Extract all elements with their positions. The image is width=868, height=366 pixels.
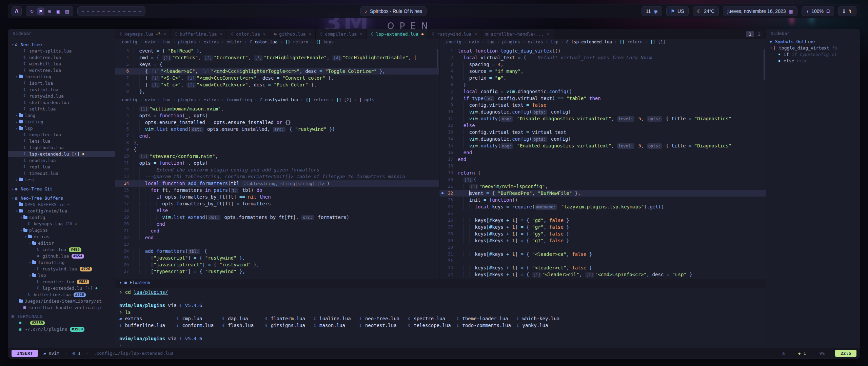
tree-item[interactable]: ▾formatting (8, 259, 115, 266)
code-line[interactable]: ●22▏ ▏ event = { "BufReadPre", "BufNewFi… (439, 190, 766, 197)
code-line[interactable]: 15▏ ▏ vim.notify(msg: "Enabled diagnosti… (439, 142, 766, 149)
tree-item[interactable]: ☾shellharden.lua (8, 99, 115, 106)
outline-item[interactable]: ▾ƒtoggle_diag_virtextfu (766, 45, 860, 51)
weather-widget[interactable]: ☾ 24°C (693, 6, 719, 16)
code-line[interactable]: 3▏ [1]"williamboman/mason.nvim", (115, 105, 439, 112)
tree-item[interactable]: ☾compiler.lua#682 (8, 279, 115, 285)
tree-item[interactable]: ▸lang (8, 112, 115, 119)
audio-visualizer[interactable]: – – – – – – – – – – – – (77, 6, 145, 16)
code-line[interactable]: 12▏ else (439, 122, 766, 129)
code-line[interactable]: 16▏ end (439, 149, 766, 156)
code-line[interactable]: 7▏ end, (115, 133, 439, 139)
code-line[interactable]: 20▏ ▏ ▏ ▏ end (115, 221, 439, 227)
editor-pane-rustywind-lua[interactable]: .config › nvim › lua › plugins › extras … (115, 97, 439, 280)
code-line[interactable]: 5▏ ▏ opts.ensure_installed = opts.ensure… (115, 119, 439, 126)
tree-item[interactable]: ☾winshift.lua (8, 61, 115, 67)
expander-icon[interactable]: ▸ (15, 177, 19, 183)
editor-pane-color-lua[interactable]: .config › nvim › lua › plugins › extras … (115, 39, 439, 97)
editor-tab[interactable]: ☾bufferline.lua× (171, 29, 227, 39)
now-playing-widget[interactable]: ♪ Spiritbox - Rule Of Nines (360, 6, 427, 16)
tree-item[interactable]: ☾lsp-extended.lu [+]● (8, 151, 115, 157)
editor-tab[interactable]: ☾compiler.lua× (316, 29, 367, 39)
tree-item[interactable]: ☾undotree.lua (8, 54, 115, 61)
tree-item[interactable]: ☾rustfmt.lua (8, 86, 115, 93)
terminal-output[interactable]: › cd lua/plugins/ nvim/lua/plugins via ☾… (115, 288, 766, 348)
tree-item[interactable]: ☾isort.lua (8, 80, 115, 86)
code-line[interactable]: 10▏ ▏ vim.diagnostic.config(opts: config… (439, 108, 766, 115)
code-line[interactable]: 1local function toggle_diag_virtext() (439, 47, 766, 54)
tree-item[interactable]: ☾keymaps.lua#10⚠ (8, 221, 115, 227)
code-line[interactable]: 9{ (115, 146, 439, 153)
tree-item[interactable]: OPEN BUFFERS in ~ (8, 201, 115, 208)
code-line[interactable]: 15▏ ▏ ▏ for ft, formatters in pairs(t: t… (115, 187, 439, 194)
launcher-button[interactable]: Λ (12, 6, 22, 16)
code-line[interactable]: 27▏ ▏ ▏ keys[#keys + 1] = { "gr", false … (439, 224, 766, 230)
code-line[interactable]: 8}, (115, 139, 439, 146)
tree-item[interactable]: ▾extras (8, 233, 115, 240)
code-line[interactable]: 30 (439, 244, 766, 251)
tabpage-number[interactable]: 1 (746, 31, 754, 37)
expander-icon[interactable]: ▾ (28, 240, 32, 246)
expander-icon[interactable]: ▾ (15, 208, 19, 214)
workspace-tag[interactable]: ▤ (63, 7, 71, 15)
expander-icon[interactable]: ▾ (19, 214, 23, 221)
tree-item[interactable]: ☾neodim.lua (8, 157, 115, 164)
code-line[interactable]: 8▏ if type(v: config.virtual_text) == "t… (439, 95, 766, 102)
tree-item[interactable]: ☾worktree.lua (8, 67, 115, 74)
code-line[interactable]: 13▏ ▏ ---@param tbl table<string, confor… (115, 173, 439, 180)
expander-icon[interactable]: ▾ (23, 233, 28, 240)
workspace-tag[interactable]: ↻ (28, 7, 36, 15)
workspace-tag[interactable]: ≋ (46, 7, 53, 15)
code-line[interactable]: 25 (439, 210, 766, 217)
terminal-winbar[interactable]: ▾ ▣ Floaterm (115, 280, 766, 288)
code-line[interactable]: 13▏ ▏ config.virtual_text = virtual_text (439, 129, 766, 136)
code-line[interactable]: 6▏ } (439, 81, 766, 88)
tab-close-icon[interactable]: × (360, 32, 362, 37)
tree-item[interactable]: ☾color.lua#493 (8, 246, 115, 253)
code-line[interactable]: 22▏ ▏ end (115, 234, 439, 241)
tree-item[interactable]: ☾bufferline.lua#328 (8, 291, 115, 298)
code-line[interactable]: 7▏ local config = vim.diagnostic.config(… (439, 88, 766, 95)
editor-tab[interactable]: ☾lsp-extended.lua● (367, 29, 428, 39)
date-widget[interactable]: jueves, noviembre 16, 2023 ▦ (723, 6, 797, 16)
code-line[interactable]: 19return { (439, 169, 766, 176)
code-line[interactable]: 3▏ event = { "BufRead" }, (115, 47, 439, 54)
tree-item[interactable]: ▾plugins (8, 227, 115, 233)
editor-tab[interactable]: ☾color.lua× (227, 29, 270, 39)
tree-item[interactable]: ▾lsp (8, 125, 115, 131)
tree-item[interactable]: ▩scrollbar-handle-vertical.p (8, 304, 115, 311)
code-line[interactable]: 20▏ [1]{ (439, 176, 766, 183)
tree-item[interactable]: ☾timeout.lua (8, 170, 115, 177)
battery-widget[interactable]: 9 ↯ (838, 6, 856, 16)
tree-item[interactable]: ☾lens.lua (8, 138, 115, 144)
tree-item[interactable]: ▾.config/nvim/lua (8, 208, 115, 214)
code-line[interactable]: 10▏ [1]"stevearc/conform.nvim", (115, 153, 439, 160)
code-line[interactable]: 18 (439, 163, 766, 169)
code-line[interactable]: 6▏ ▏ { [1]"<leader>uC", [2]"<cmd>CccHigh… (115, 68, 439, 75)
code-line[interactable]: 17▏ ▏ ▏ ▏ ▏ opts.formatters_by_ft[ft] = … (115, 200, 439, 207)
code-line[interactable]: 27▏ ▏ ▏ ["typescript"] = { "rustywind" }… (115, 268, 439, 275)
tree-item[interactable]: ▾editor (8, 240, 115, 246)
code-line[interactable]: 2▏ local virtual_text = { -- Default vir… (439, 54, 766, 61)
tab-close-icon[interactable]: × (309, 32, 311, 37)
code-line[interactable]: 11▏ opts = function(_, opts) (115, 160, 439, 166)
editor-tab[interactable]: ▤scrollbar-handle-...× (481, 29, 554, 39)
code-line[interactable]: 7▏ ▏ { [1]"<S-C>", [2]"<cmd>CccConvert<c… (115, 75, 439, 81)
updates-widget[interactable]: 11 ◉ (642, 6, 662, 16)
code-line[interactable]: 3▏ ▏ spacing = 4, (439, 61, 766, 68)
code-line[interactable]: 19▏ ▏ ▏ ▏ ▏ vim.list_extend(dst: opts.fo… (115, 214, 439, 221)
editor-tab[interactable]: ☾keymaps.lua⚠3× (115, 29, 171, 39)
code-line[interactable]: 17end (439, 156, 766, 163)
code-line[interactable]: 4▏ cmd = { [1]"CccPick", [2]"CccConvert"… (115, 54, 439, 61)
tree-item[interactable]: ▸linting (8, 119, 115, 125)
tree-item[interactable]: ▾config (8, 214, 115, 221)
code-line[interactable]: 12▏ ▏ --- Extend the conform plugin conf… (115, 166, 439, 173)
code-line[interactable]: 9▏ ▏ config.virtual_text = false (439, 102, 766, 108)
code-area[interactable]: 3▏ event = { "BufRead" },4▏ cmd = { [1]"… (115, 47, 439, 95)
tree-item[interactable]: ▾formatting (8, 74, 115, 80)
editor-tab[interactable]: ⊙github.lua× (270, 29, 316, 39)
tab-close-icon[interactable]: × (547, 32, 550, 37)
code-line[interactable]: 26▏ ▏ ▏ keys[#keys + 1] = { "gd", false … (439, 217, 766, 224)
tree-item[interactable]: ▣~#2859 (8, 320, 115, 326)
code-line[interactable]: 14▏ ▏ vim.diagnostic.config(opts: config… (439, 136, 766, 142)
